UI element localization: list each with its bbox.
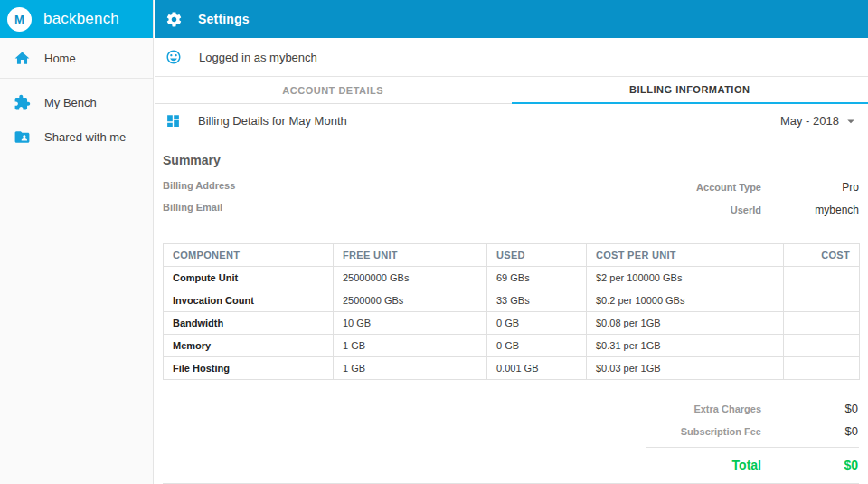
col-cost: COST <box>784 244 860 267</box>
sidebar-item-my-bench[interactable]: My Bench <box>0 85 153 119</box>
cell-free-unit: 1 GB <box>334 335 487 357</box>
cell-cost <box>784 335 860 357</box>
cell-cost-per-unit: $0.31 per 1GB <box>587 335 784 357</box>
month-selector-value: May - 2018 <box>780 114 839 128</box>
cell-component: Compute Unit <box>164 267 334 289</box>
cell-component: File Hosting <box>164 357 334 380</box>
table-row: File Hosting 1 GB 0.001 GB $0.03 per 1GB <box>164 357 860 380</box>
avatar[interactable]: M <box>7 7 32 32</box>
sidebar-item-label: Shared with me <box>44 130 126 144</box>
billing-email-label: Billing Email <box>163 203 235 213</box>
table-row: Bandwidth 10 GB 0 GB $0.08 per 1GB <box>164 312 860 335</box>
cell-cost <box>784 289 860 312</box>
tab-bar: ACCOUNT DETAILS BILLING INFORMATION <box>155 77 868 104</box>
puzzle-icon <box>14 94 31 111</box>
total-value: $0 <box>761 458 859 472</box>
cell-used: 69 GBs <box>487 267 587 289</box>
col-cost-per-unit: COST PER UNIT <box>587 244 784 267</box>
page-title: Settings <box>198 12 250 26</box>
billing-content: Summary Billing Address Billing Email Ac… <box>155 153 868 484</box>
cell-cost <box>784 312 860 335</box>
subscription-fee-row: Subscription Fee $0 <box>163 424 859 438</box>
cell-component: Invocation Count <box>164 289 334 312</box>
col-free-unit: FREE UNIT <box>334 244 487 267</box>
cell-used: 0 GB <box>487 335 587 357</box>
summary-heading: Summary <box>163 153 859 167</box>
chevron-down-icon <box>843 113 859 129</box>
tab-billing-information[interactable]: BILLING INFORMATION <box>512 77 868 104</box>
cell-cost <box>784 357 860 380</box>
col-component: COMPONENT <box>164 244 334 267</box>
app-header: Settings <box>155 0 868 38</box>
extra-charges-value: $0 <box>761 402 859 415</box>
total-label: Total <box>732 458 761 472</box>
summary-right-fields: Account Type Pro UserId mybench <box>696 181 859 226</box>
cell-free-unit: 2500000 GBs <box>334 289 487 312</box>
cell-free-unit: 10 GB <box>334 312 487 335</box>
billing-details-bar: Billing Details for May Month May - 2018 <box>155 104 868 138</box>
main-area: Settings Logged in as mybench ACCOUNT DE… <box>155 0 868 484</box>
logged-in-row: Logged in as mybench <box>155 38 868 77</box>
table-row: Compute Unit 25000000 GBs 69 GBs $2 per … <box>164 267 860 289</box>
cell-used: 33 GBs <box>487 289 587 312</box>
usage-table: COMPONENT FREE UNIT USED COST PER UNIT C… <box>163 243 860 380</box>
cell-free-unit: 25000000 GBs <box>334 267 487 289</box>
totals-divider <box>646 447 859 448</box>
home-icon <box>14 50 31 67</box>
sidebar-item-home[interactable]: Home <box>0 38 153 79</box>
sidebar-item-shared-with-me[interactable]: Shared with me <box>0 119 153 154</box>
gear-icon <box>165 11 183 28</box>
total-row: Total $0 <box>163 458 859 472</box>
account-type-row: Account Type Pro <box>696 181 859 194</box>
shared-folder-icon <box>14 128 31 146</box>
extra-charges-label: Extra Charges <box>693 403 761 414</box>
cell-free-unit: 1 GB <box>334 357 487 380</box>
billing-address-label: Billing Address <box>163 181 235 191</box>
billing-details-title: Billing Details for May Month <box>198 114 780 128</box>
summary-grid: Billing Address Billing Email Account Ty… <box>163 181 859 226</box>
sidebar-header: M backbench <box>0 0 153 38</box>
summary-left-fields: Billing Address Billing Email <box>163 181 235 226</box>
subscription-fee-label: Subscription Fee <box>681 426 761 437</box>
subscription-fee-value: $0 <box>761 424 859 438</box>
sidebar-item-label: My Bench <box>44 96 97 109</box>
cell-cost-per-unit: $0.08 per 1GB <box>587 312 784 335</box>
cell-used: 0.001 GB <box>487 357 587 380</box>
cell-cost <box>784 267 860 289</box>
month-selector[interactable]: May - 2018 <box>780 113 859 129</box>
userid-row: UserId mybench <box>696 204 859 216</box>
logged-in-text: Logged in as mybench <box>199 51 317 64</box>
cell-component: Memory <box>164 335 334 357</box>
cell-cost-per-unit: $2 per 100000 GBs <box>587 267 784 289</box>
cell-cost-per-unit: $0.03 per 1GB <box>587 357 784 380</box>
table-row: Memory 1 GB 0 GB $0.31 per 1GB <box>164 335 860 357</box>
extra-charges-row: Extra Charges $0 <box>163 402 859 415</box>
col-used: USED <box>487 244 587 267</box>
dashboard-grid-icon <box>165 113 181 128</box>
tab-account-details[interactable]: ACCOUNT DETAILS <box>155 77 512 103</box>
sidebar-item-label: Home <box>44 52 76 65</box>
userid-label: UserId <box>731 204 761 215</box>
smiley-icon <box>165 49 182 65</box>
totals-section: Extra Charges $0 Subscription Fee $0 Tot… <box>163 402 859 472</box>
cell-used: 0 GB <box>487 312 587 335</box>
sidebar: M backbench Home My Bench Shared with me <box>0 0 154 484</box>
account-type-value: Pro <box>761 181 859 194</box>
account-type-label: Account Type <box>696 182 761 193</box>
cell-cost-per-unit: $0.2 per 10000 GBs <box>587 289 784 312</box>
table-row: Invocation Count 2500000 GBs 33 GBs $0.2… <box>164 289 860 312</box>
userid-value: mybench <box>761 204 859 216</box>
brand-logo[interactable]: backbench <box>43 10 119 28</box>
app-window: M backbench Home My Bench Shared with me <box>0 0 868 484</box>
table-header-row: COMPONENT FREE UNIT USED COST PER UNIT C… <box>164 244 860 267</box>
cell-component: Bandwidth <box>164 312 334 335</box>
